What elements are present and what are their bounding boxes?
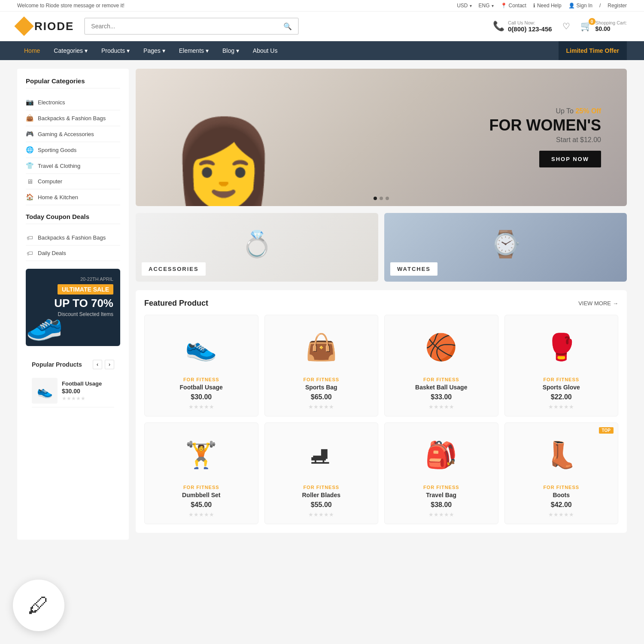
product-cat-2: FOR FITNESS xyxy=(271,377,372,382)
coupon-daily[interactable]: 🏷 Daily Deals xyxy=(26,246,120,261)
product-img-8: 👢 xyxy=(511,429,612,480)
product-stars-4: ★★★★★ xyxy=(511,404,612,410)
call-number: 0(800) 123-456 xyxy=(508,25,552,33)
logo[interactable]: RIODE xyxy=(17,19,74,33)
product-cat-8: FOR FITNESS xyxy=(511,485,612,490)
logo-text: RIODE xyxy=(34,20,74,33)
search-button[interactable]: 🔍 xyxy=(277,18,298,34)
logo-diamond xyxy=(14,16,33,36)
search-input[interactable] xyxy=(85,18,277,34)
location-icon: 📍 xyxy=(501,3,507,9)
coupon-backpacks[interactable]: 🏷 Backpacks & Fashion Bags xyxy=(26,230,120,246)
next-arrow[interactable]: › xyxy=(105,360,114,369)
header-actions: 📞 Call Us Now: 0(800) 123-456 ♡ 🛒 0 Shop… xyxy=(493,20,627,33)
view-more-link[interactable]: VIEW MORE → xyxy=(578,300,618,307)
product-price-8: $42.00 xyxy=(511,501,612,509)
cat-home[interactable]: 🏠 Home & Kitchen xyxy=(26,189,120,205)
call-info: 📞 Call Us Now: 0(800) 123-456 xyxy=(493,20,552,33)
popular-product-item[interactable]: 👟 Football Usage $30.00 ★★★★★ xyxy=(32,374,114,407)
nav-categories[interactable]: Categories ▾ xyxy=(47,41,94,60)
product-price-1: $30.00 xyxy=(151,393,252,401)
user-icon: 👤 xyxy=(568,3,575,9)
cart-button[interactable]: 🛒 0 Shopping Cart: $0.00 xyxy=(580,20,627,32)
top-bar: Welcome to Riode store message or remove… xyxy=(0,0,644,12)
hero-text: Up To 25% Off FOR WOMEN'S Start at $12.0… xyxy=(489,107,601,168)
nav-arrows: ‹ › xyxy=(93,360,114,369)
cat-sporting[interactable]: 🌐 Sporting Goods xyxy=(26,142,120,158)
product-stars-6: ★★★★★ xyxy=(271,511,372,518)
hero-shop-now-button[interactable]: SHOP NOW xyxy=(539,151,601,167)
cat-travel[interactable]: 👕 Travel & Clothing xyxy=(26,158,120,174)
product-card-2[interactable]: 👜 FOR FITNESS Sports Bag $65.00 ★★★★★ xyxy=(264,315,379,416)
limited-offer-link[interactable]: Limited Time Offer xyxy=(559,41,627,60)
currency-arrow: ▾ xyxy=(470,3,472,8)
search-bar: 🔍 xyxy=(84,18,299,35)
hero-discount: 25% Off xyxy=(575,107,601,115)
product-card-4[interactable]: 🥊 FOR FITNESS Sports Glove $22.00 ★★★★★ xyxy=(504,315,619,416)
product-name-1: Football Usage xyxy=(151,384,252,391)
product-price-5: $45.00 xyxy=(151,501,252,509)
navbar-promo: Limited Time Offer xyxy=(559,41,627,60)
banner-sale-tag: ULTIMATE SALE xyxy=(58,284,113,295)
cat-gaming[interactable]: 🎮 Gaming & Accessories xyxy=(26,126,120,142)
product-cat-1: FOR FITNESS xyxy=(151,377,252,382)
product-card-8[interactable]: TOP 👢 FOR FITNESS Boots $42.00 ★★★★★ xyxy=(504,422,619,524)
currency-selector[interactable]: USD ▾ xyxy=(457,3,471,9)
hero-banner: 👩 Up To 25% Off FOR WOMEN'S Start at $12… xyxy=(136,69,627,206)
coupon-title: Today Coupon Deals xyxy=(26,213,120,224)
hero-price: Start at $12.00 xyxy=(489,136,601,144)
featured-products-grid-2: 🏋 FOR FITNESS Dumbbell Set $45.00 ★★★★★ … xyxy=(144,422,618,524)
hero-subtitle: Up To 25% Off xyxy=(489,107,601,115)
nav-about[interactable]: About Us xyxy=(246,41,285,60)
register-link[interactable]: Register xyxy=(608,3,627,9)
nav-home[interactable]: Home xyxy=(17,41,47,60)
product-img-5: 🏋 xyxy=(151,429,252,480)
dot-2[interactable] xyxy=(380,197,383,200)
popular-product-name: Football Usage xyxy=(62,380,102,387)
wishlist-button[interactable]: ♡ xyxy=(562,21,570,31)
heart-icon: ♡ xyxy=(562,21,570,31)
banner-date: 20-22TH APRIL xyxy=(33,276,113,282)
watches-banner[interactable]: ⌚ WATCHES xyxy=(384,213,627,282)
product-img-4: 🥊 xyxy=(511,321,612,373)
cat-backpacks[interactable]: 👜 Backpacks & Fashion Bags xyxy=(26,110,120,126)
accessories-icon: 💍 xyxy=(241,229,273,259)
product-price-3: $33.00 xyxy=(391,393,492,401)
nav-pages[interactable]: Pages ▾ xyxy=(137,41,172,60)
product-cat-7: FOR FITNESS xyxy=(391,485,492,490)
need-help-link[interactable]: ℹ Need Help xyxy=(533,3,562,9)
header: RIODE 🔍 📞 Call Us Now: 0(800) 123-456 ♡ … xyxy=(0,12,644,41)
arrow-right-icon: → xyxy=(613,300,618,307)
product-cat-6: FOR FITNESS xyxy=(271,485,372,490)
product-card-6[interactable]: ⛸ FOR FITNESS Roller Blades $55.00 ★★★★★ xyxy=(264,422,379,524)
product-card-7[interactable]: 🎒 FOR FITNESS Travel Bag $38.00 ★★★★★ xyxy=(384,422,498,524)
category-banners: 💍 ACCESSORIES ⌚ WATCHES xyxy=(136,213,627,282)
product-price-2: $65.00 xyxy=(271,393,372,401)
product-card-1[interactable]: 👟 FOR FITNESS Football Usage $30.00 ★★★★… xyxy=(144,315,258,416)
accessories-banner[interactable]: 💍 ACCESSORIES xyxy=(136,213,378,282)
welcome-message: Welcome to Riode store message or remove… xyxy=(17,3,125,9)
product-name-2: Sports Bag xyxy=(271,384,372,391)
language-arrow: ▾ xyxy=(492,3,494,8)
info-icon: ℹ xyxy=(533,3,535,9)
call-label: Call Us Now: xyxy=(508,20,552,25)
electronics-icon: 📷 xyxy=(26,98,33,106)
prev-arrow[interactable]: ‹ xyxy=(93,360,102,369)
categories-list: 📷 Electronics 👜 Backpacks & Fashion Bags… xyxy=(26,94,120,205)
coupon-icon-1: 🏷 xyxy=(26,234,33,241)
product-card-3[interactable]: 🏀 FOR FITNESS Basket Ball Usage $33.00 ★… xyxy=(384,315,498,416)
watches-icon: ⌚ xyxy=(489,229,522,259)
cat-electronics[interactable]: 📷 Electronics xyxy=(26,94,120,110)
contact-link[interactable]: 📍 Contact xyxy=(501,3,526,9)
product-img-3: 🏀 xyxy=(391,321,492,373)
nav-products[interactable]: Products ▾ xyxy=(94,41,137,60)
sign-in-link[interactable]: 👤 Sign In xyxy=(568,3,592,9)
cart-icon-wrap: 🛒 0 xyxy=(580,21,592,32)
dot-3[interactable] xyxy=(386,197,389,200)
nav-elements[interactable]: Elements ▾ xyxy=(172,41,216,60)
nav-blog[interactable]: Blog ▾ xyxy=(216,41,246,60)
cat-computer[interactable]: 🖥 Computer xyxy=(26,174,120,189)
language-selector[interactable]: ENG ▾ xyxy=(479,3,494,9)
product-card-5[interactable]: 🏋 FOR FITNESS Dumbbell Set $45.00 ★★★★★ xyxy=(144,422,258,524)
dot-1[interactable] xyxy=(374,197,377,200)
